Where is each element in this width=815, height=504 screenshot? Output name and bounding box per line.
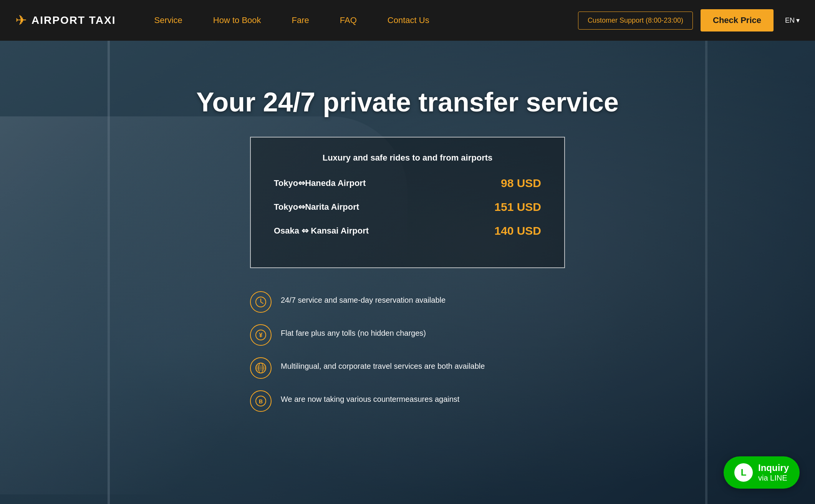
brand-name: AIRPORT TAXI: [31, 14, 116, 27]
route-price-0: 98 USD: [501, 177, 541, 190]
chevron-down-icon: ▾: [796, 16, 800, 25]
route-price-2: 140 USD: [494, 224, 541, 237]
feature-text-3: We are now taking various countermeasure…: [281, 390, 459, 405]
globe-icon: [250, 357, 272, 379]
yen-icon: ¥: [250, 324, 272, 346]
feature-text-1: Flat fare plus any tolls (no hidden char…: [281, 324, 426, 339]
hero-section: Your 24/7 private transfer service Luxur…: [0, 41, 815, 504]
navbar: ✈ AIRPORT TAXI Service How to Book Fare …: [0, 0, 815, 41]
hero-title: Your 24/7 private transfer service: [196, 87, 619, 118]
pricing-row-0: Tokyo⇔Haneda Airport 98 USD: [274, 177, 541, 190]
nav-links: Service How to Book Fare FAQ Contact Us: [139, 15, 578, 25]
customer-support-button[interactable]: Customer Support (8:00-23:00): [578, 12, 693, 30]
svg-line-2: [261, 302, 263, 303]
line-inquiry-widget[interactable]: L Inquiry via LINE: [724, 456, 800, 489]
route-price-1: 151 USD: [494, 201, 541, 214]
line-inquiry-sub: via LINE: [758, 474, 789, 482]
nav-how-to-book[interactable]: How to Book: [198, 15, 277, 25]
line-inquiry-text: Inquiry: [758, 463, 789, 474]
feature-item-1: ¥ Flat fare plus any tolls (no hidden ch…: [250, 324, 565, 346]
pricing-row-2: Osaka ⇔ Kansai Airport 140 USD: [274, 224, 541, 237]
pricing-card: Luxury and safe rides to and from airpor…: [250, 137, 565, 268]
hero-content: Your 24/7 private transfer service Luxur…: [0, 41, 815, 412]
pricing-subtitle: Luxury and safe rides to and from airpor…: [274, 153, 541, 163]
svg-text:B: B: [259, 398, 263, 405]
feature-item-2: Multilingual, and corporate travel servi…: [250, 357, 565, 379]
pricing-row-1: Tokyo⇔Narita Airport 151 USD: [274, 201, 541, 214]
nav-actions: Customer Support (8:00-23:00) Check Pric…: [578, 9, 800, 32]
svg-text:¥: ¥: [259, 332, 263, 338]
clock-icon: [250, 291, 272, 313]
logo[interactable]: ✈ AIRPORT TAXI: [15, 12, 116, 28]
nav-contact-us[interactable]: Contact Us: [372, 15, 445, 25]
lang-label: EN: [785, 17, 795, 25]
airplane-icon: ✈: [15, 12, 27, 28]
feature-item-0: 24/7 service and same-day reservation av…: [250, 291, 565, 313]
feature-item-3: B We are now taking various countermeasu…: [250, 390, 565, 412]
nav-fare[interactable]: Fare: [277, 15, 325, 25]
check-price-button[interactable]: Check Price: [701, 9, 774, 32]
route-label-0: Tokyo⇔Haneda Airport: [274, 178, 366, 188]
language-selector[interactable]: EN ▾: [785, 16, 800, 25]
feature-text-2: Multilingual, and corporate travel servi…: [281, 357, 485, 372]
nav-service[interactable]: Service: [139, 15, 197, 25]
line-inquiry-label: Inquiry via LINE: [758, 463, 789, 482]
shield-icon: B: [250, 390, 272, 412]
nav-faq[interactable]: FAQ: [325, 15, 372, 25]
feature-text-0: 24/7 service and same-day reservation av…: [281, 291, 446, 306]
route-label-2: Osaka ⇔ Kansai Airport: [274, 226, 369, 236]
features-list: 24/7 service and same-day reservation av…: [250, 291, 565, 412]
line-icon: L: [734, 463, 753, 482]
route-label-1: Tokyo⇔Narita Airport: [274, 202, 359, 212]
